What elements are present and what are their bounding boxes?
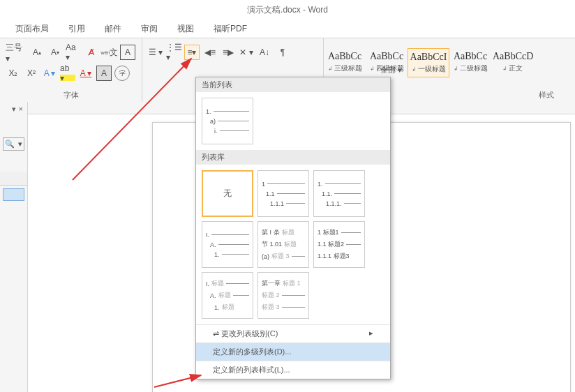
sort-button[interactable]: A↓ (257, 45, 272, 60)
multilevel-dropdown: 当前列表 1. a) i. 列表库 无 1 1.1 1.1.1 1. 1.1. … (195, 77, 391, 379)
phonetic-button[interactable]: wén文 (102, 45, 117, 60)
tab-view[interactable]: 视图 (167, 20, 204, 38)
superscript-button[interactable]: X² (24, 66, 39, 81)
ribbon-tabs: 页面布局 引用 邮件 审阅 视图 福昕PDF (0, 20, 575, 38)
character-border-button[interactable]: A (120, 45, 135, 60)
nav-search[interactable]: 🔍 ▾ (3, 137, 24, 151)
dd-item-2[interactable]: 1. 1.1. 1.1.1. (313, 170, 365, 217)
window-title: 演示文稿.docx - Word (0, 0, 575, 20)
shrink-font-button[interactable]: A▾ (47, 45, 63, 60)
indent-left-button[interactable]: ◀≡ (202, 45, 218, 60)
navigation-pane: ▾ × 🔍 ▾ (0, 102, 28, 392)
indent-right-button[interactable]: ≡▶ (221, 45, 236, 60)
dd-change-level[interactable]: ⇌ 更改列表级别(C)▸ (196, 324, 390, 342)
font-color-button[interactable]: A ▾ (78, 66, 94, 81)
nav-close-icon[interactable]: × (19, 105, 23, 114)
font-group-label: 字体 (0, 90, 142, 100)
text-effect-button[interactable]: A ▾ (42, 66, 57, 81)
style-body[interactable]: AaBbCcD ↲正文 (491, 48, 533, 76)
all-dropdown[interactable]: 全部 ▾ (380, 65, 402, 75)
show-marks-button[interactable]: ¶ (275, 45, 290, 60)
clear-format-button[interactable]: A̸ (84, 45, 99, 60)
font-group: 三号 ▾ A▴ A▾ Aa ▾ A̸ wén文 A X₂ X² A ▾ ab ▾… (0, 38, 142, 102)
grow-font-button[interactable]: A▴ (29, 45, 45, 60)
tab-references[interactable]: 引用 (59, 20, 95, 38)
dd-current-header: 当前列表 (196, 77, 390, 92)
styles-group-label: 样式 (539, 90, 554, 100)
enclose-button[interactable]: 字 (114, 66, 130, 81)
numbering-button[interactable]: ⋮☰ ▾ (166, 45, 181, 60)
dd-item-7[interactable]: 第一章标题 1 标题 2 标题 3 (257, 272, 309, 319)
highlight-button[interactable]: ab ▾ (60, 66, 75, 81)
style-heading1[interactable]: AaBbCcI ↲一级标题 (408, 48, 449, 77)
font-size-button[interactable]: 三号 ▾ (6, 45, 27, 60)
dd-library-header: 列表库 (196, 150, 390, 165)
nav-item[interactable] (3, 188, 24, 201)
dd-item-3[interactable]: I. A. 1. (202, 221, 253, 268)
multilevel-list-button[interactable]: ≡▾ (184, 45, 200, 60)
change-case-button[interactable]: Aa ▾ (66, 45, 81, 60)
nav-tabs[interactable] (0, 172, 27, 186)
tab-layout[interactable]: 页面布局 (6, 20, 59, 38)
style-heading2[interactable]: AaBbCc ↲二级标题 (449, 48, 491, 76)
style-heading3[interactable]: AaBbCc ↲三级标题 (324, 48, 366, 76)
dd-none[interactable]: 无 (202, 170, 253, 217)
dd-current-item[interactable]: 1. a) i. (202, 98, 253, 144)
search-icon: 🔍 (5, 140, 15, 149)
subscript-button[interactable]: X₂ (6, 66, 21, 81)
dd-item-4[interactable]: 第 I 条标题 节 1.01标题 (a)标题 3 (257, 221, 309, 268)
nav-dropdown-icon[interactable]: ▾ (12, 105, 16, 114)
dd-define-new-list[interactable]: 定义新的多级列表(D)... (196, 342, 390, 361)
bullets-button[interactable]: ☰ ▾ (148, 45, 163, 60)
asian-layout-button[interactable]: ✕ ▾ (239, 45, 254, 60)
tab-mail[interactable]: 邮件 (95, 20, 131, 38)
dd-item-1[interactable]: 1 1.1 1.1.1 (257, 170, 309, 217)
tab-review[interactable]: 审阅 (131, 20, 167, 38)
dd-item-6[interactable]: I.标题 A.标题 1.标题 (202, 272, 253, 319)
tab-foxit[interactable]: 福昕PDF (204, 20, 257, 38)
dd-define-new-style[interactable]: 定义新的列表样式(L)... (196, 361, 390, 379)
dd-item-5[interactable]: 1 标题1 1.1 标题2 1.1.1 标题3 (313, 221, 365, 268)
character-shading-button[interactable]: A (96, 66, 112, 81)
